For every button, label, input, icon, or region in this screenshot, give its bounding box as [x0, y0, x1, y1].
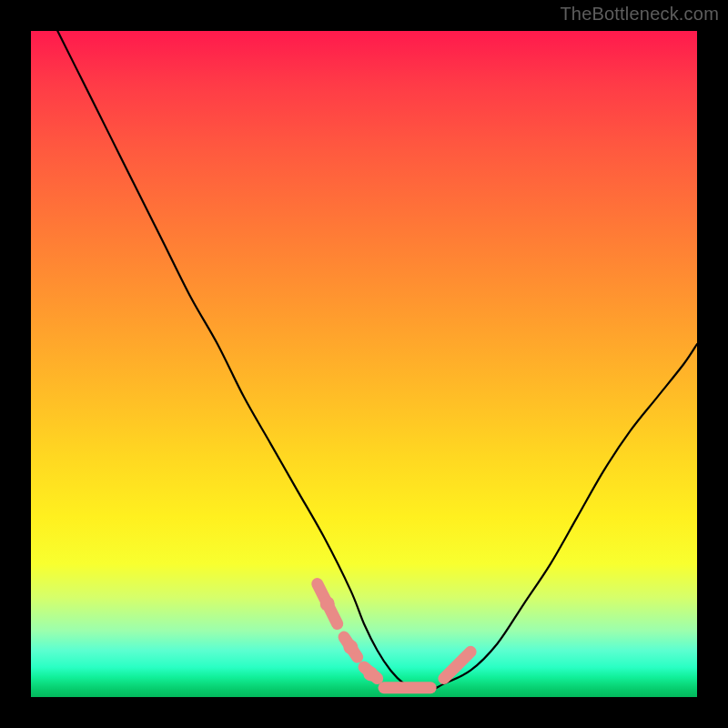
highlight-point — [363, 666, 378, 681]
highlight-point — [320, 597, 335, 612]
highlight-point — [343, 640, 358, 654]
bottleneck-curve — [57, 31, 697, 692]
watermark-text: TheBottleneck.com — [560, 4, 719, 25]
highlight-segment — [444, 652, 470, 678]
chart-frame: TheBottleneck.com — [0, 0, 728, 728]
chart-svg — [31, 31, 697, 697]
highlight-segments — [318, 584, 470, 688]
plot-area — [31, 31, 697, 697]
